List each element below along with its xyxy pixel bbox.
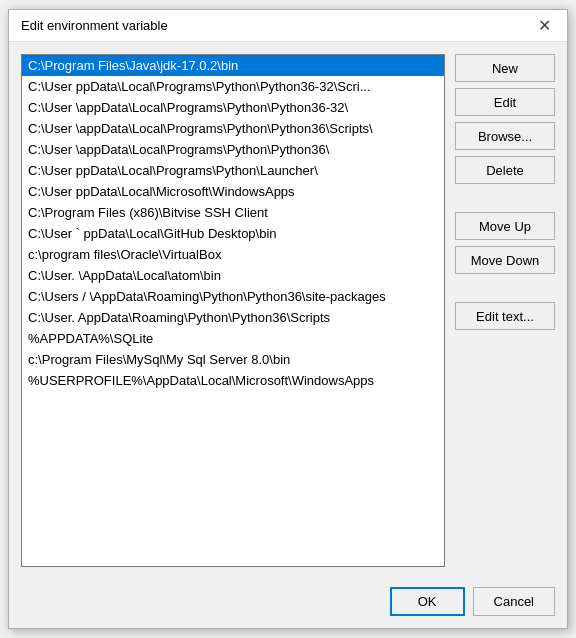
close-button[interactable]: ✕ — [534, 16, 555, 36]
env-variable-list[interactable]: C:\Program Files\Java\jdk-17.0.2\binC:\U… — [21, 54, 445, 567]
list-item[interactable]: %USERPROFILE%\AppData\Local\Microsoft\Wi… — [22, 370, 444, 391]
list-item[interactable]: C:\User ppData\Local\Microsoft\WindowsAp… — [22, 181, 444, 202]
list-item[interactable]: C:\User ppData\Local\Programs\Python\Pyt… — [22, 76, 444, 97]
list-item[interactable]: C:\User. AppData\Roaming\Python\Python36… — [22, 307, 444, 328]
list-item[interactable]: C:\User ppData\Local\Programs\Python\Lau… — [22, 160, 444, 181]
spacer — [455, 190, 555, 206]
spacer2 — [455, 280, 555, 296]
edit-text-button[interactable]: Edit text... — [455, 302, 555, 330]
list-item[interactable]: C:\User \appData\Local\Programs\Python\P… — [22, 139, 444, 160]
dialog-footer: OK Cancel — [9, 579, 567, 628]
move-up-button[interactable]: Move Up — [455, 212, 555, 240]
dialog-body: C:\Program Files\Java\jdk-17.0.2\binC:\U… — [9, 42, 567, 579]
delete-button[interactable]: Delete — [455, 156, 555, 184]
list-item[interactable]: C:\User ` ppData\Local\GitHub Desktop\bi… — [22, 223, 444, 244]
list-item[interactable]: C:\Program Files (x86)\Bitvise SSH Clien… — [22, 202, 444, 223]
buttons-panel: New Edit Browse... Delete Move Up Move D… — [455, 54, 555, 567]
list-item[interactable]: c:\program files\Oracle\VirtualBox — [22, 244, 444, 265]
new-button[interactable]: New — [455, 54, 555, 82]
ok-button[interactable]: OK — [390, 587, 465, 616]
cancel-button[interactable]: Cancel — [473, 587, 555, 616]
list-item[interactable]: %APPDATA%\SQLite — [22, 328, 444, 349]
list-item[interactable]: C:\Program Files\Java\jdk-17.0.2\bin — [22, 55, 444, 76]
list-item[interactable]: c:\Program Files\MySql\My Sql Server 8.0… — [22, 349, 444, 370]
browse-button[interactable]: Browse... — [455, 122, 555, 150]
list-item[interactable]: C:\Users / \AppData\Roaming\Python\Pytho… — [22, 286, 444, 307]
dialog-title: Edit environment variable — [21, 18, 168, 33]
list-item[interactable]: C:\User. \AppData\Local\atom\bin — [22, 265, 444, 286]
list-item[interactable]: C:\User \appData\Local\Programs\Python\P… — [22, 97, 444, 118]
edit-button[interactable]: Edit — [455, 88, 555, 116]
title-bar: Edit environment variable ✕ — [9, 10, 567, 42]
edit-env-variable-dialog: Edit environment variable ✕ C:\Program F… — [8, 9, 568, 629]
move-down-button[interactable]: Move Down — [455, 246, 555, 274]
list-item[interactable]: C:\User \appData\Local\Programs\Python\P… — [22, 118, 444, 139]
